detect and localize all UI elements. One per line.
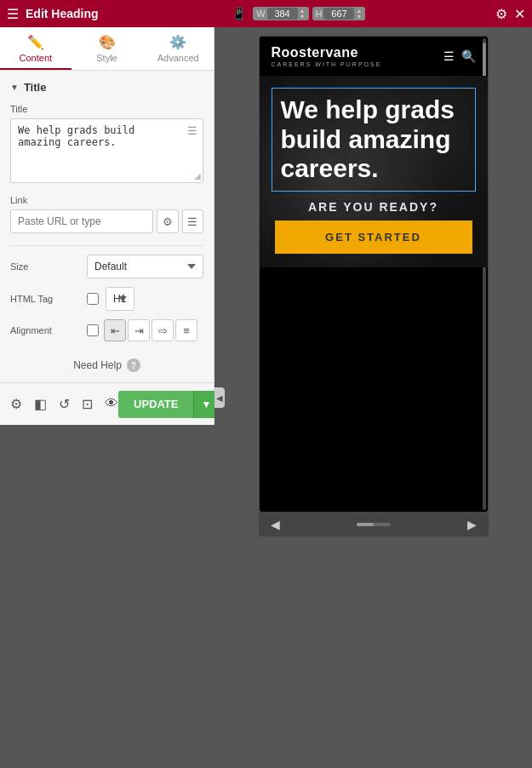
width-up-arrow[interactable]: ▲	[300, 8, 306, 14]
main-area: ✏️ Content 🎨 Style ⚙️ Advanced ▼ Title	[0, 27, 532, 768]
style-tab-icon: 🎨	[99, 34, 116, 50]
site-menu-icon[interactable]: ☰	[443, 49, 455, 63]
align-center-btn[interactable]: ⇥	[128, 319, 150, 341]
html-tag-label: HTML Tag	[10, 294, 87, 304]
alignment-checkbox[interactable]	[87, 324, 99, 336]
scroll-right-btn[interactable]: ▶	[462, 516, 482, 533]
height-label: H	[316, 9, 323, 19]
height-input[interactable]	[323, 8, 354, 20]
site-nav-icons: ☰ 🔍	[443, 49, 476, 63]
width-down-arrow[interactable]: ▼	[300, 14, 306, 20]
height-up-arrow[interactable]: ▲	[356, 8, 362, 14]
bottom-responsive-icon[interactable]: ⊡	[82, 396, 93, 412]
link-row: ⚙ ☰	[10, 209, 203, 233]
settings-icon[interactable]: ⚙	[495, 6, 507, 22]
title-field-label: Title	[10, 104, 203, 114]
scrollbar-thumb	[483, 43, 486, 77]
update-button[interactable]: UPDATE	[118, 391, 193, 418]
left-panel-wrap: ✏️ Content 🎨 Style ⚙️ Advanced ▼ Title	[0, 27, 215, 768]
panel-content: ▼ Title Title ☰ ◢ Link	[0, 71, 214, 382]
scroll-indicator-inner	[357, 523, 374, 526]
mobile-device-btn[interactable]: 📱	[228, 5, 249, 22]
title-textarea-wrap: ☰ ◢	[10, 118, 203, 183]
help-icon[interactable]: ?	[127, 358, 140, 372]
html-tag-checkbox[interactable]	[87, 293, 99, 305]
title-textarea[interactable]	[11, 119, 203, 179]
title-textarea-icon[interactable]: ☰	[187, 124, 197, 137]
align-justify-btn[interactable]: ≡	[175, 319, 197, 341]
height-control: H ▲ ▼	[312, 7, 366, 20]
top-bar-left: ☰ Edit Heading	[7, 6, 99, 22]
height-down-arrow[interactable]: ▼	[356, 14, 362, 20]
size-row: Size Default Small Medium Large	[10, 255, 203, 278]
phone-frame: Roostervane CAREERS WITH PURPOSE ☰ 🔍	[259, 36, 489, 513]
link-gear-btn[interactable]: ⚙	[157, 209, 179, 233]
bottom-history-icon[interactable]: ↺	[59, 396, 70, 412]
textarea-resize-handle[interactable]: ◢	[194, 171, 201, 181]
tag-checkbox-wrap: H1 H2 H3 div p	[87, 287, 134, 311]
site-logo: Roostervane	[272, 45, 358, 60]
need-help-section: Need Help ?	[10, 358, 203, 372]
tab-advanced[interactable]: ⚙️ Advanced	[142, 27, 214, 70]
align-left-btn[interactable]: ⇤	[104, 319, 126, 341]
size-label: Size	[10, 261, 87, 272]
collapse-panel-arrow[interactable]: ◀	[215, 387, 225, 408]
site-logo-sub: CAREERS WITH PURPOSE	[272, 61, 382, 67]
align-right-btn[interactable]: ⇨	[152, 319, 174, 341]
frame-bottom-nav: ◀ ▶	[259, 513, 489, 536]
html-tag-select[interactable]: H1 H2 H3 div p	[106, 287, 134, 311]
bottom-eye-icon[interactable]: 👁	[105, 396, 118, 412]
tab-style[interactable]: 🎨 Style	[72, 27, 143, 70]
height-arrows[interactable]: ▲ ▼	[356, 8, 362, 20]
tab-content[interactable]: ✏️ Content	[0, 27, 72, 70]
content-tab-label: Content	[20, 53, 53, 63]
bottom-bar: ⚙ ◧ ↺ ⊡ 👁 UPDATE ▼	[0, 382, 214, 425]
width-input[interactable]	[267, 8, 298, 20]
bottom-layers-icon[interactable]: ◧	[34, 396, 47, 412]
tabs-bar: ✏️ Content 🎨 Style ⚙️ Advanced	[0, 27, 214, 71]
hero-subtitle: ARE YOU READY?	[272, 200, 476, 214]
menu-icon[interactable]: ☰	[7, 6, 19, 22]
top-bar-title: Edit Heading	[26, 7, 99, 20]
style-tab-label: Style	[96, 53, 117, 63]
width-control: W ▲ ▼	[253, 7, 308, 20]
hero-title: We help grads build amazing careers.	[281, 95, 466, 184]
advanced-tab-label: Advanced	[157, 53, 199, 63]
site-search-icon[interactable]: 🔍	[461, 49, 476, 63]
need-help-text: Need Help	[73, 359, 122, 371]
preview-area: Roostervane CAREERS WITH PURPOSE ☰ 🔍	[215, 27, 532, 768]
close-icon[interactable]: ✕	[514, 6, 525, 22]
bottom-right-actions: UPDATE ▼	[118, 391, 218, 418]
link-field-label: Link	[10, 195, 203, 205]
section-heading-title: ▼ Title	[10, 81, 203, 94]
cta-button[interactable]: GET STARTED	[275, 221, 472, 254]
hero-title-box: We help grads build amazing careers.	[272, 88, 476, 192]
scroll-left-btn[interactable]: ◀	[266, 516, 285, 533]
hero-section: We help grads build amazing careers. ARE…	[260, 76, 488, 267]
html-tag-row: HTML Tag H1 H2 H3 div p	[10, 287, 203, 311]
alignment-row: Alignment ⇤ ⇥ ⇨ ≡	[10, 319, 203, 341]
link-field-group: Link ⚙ ☰	[10, 195, 203, 233]
advanced-tab-icon: ⚙️	[169, 34, 186, 50]
size-select[interactable]: Default Small Medium Large	[87, 255, 203, 278]
content-tab-icon: ✏️	[27, 34, 44, 50]
top-bar: ☰ Edit Heading 📱 W ▲ ▼ H ▲ ▼ ⚙ ✕	[0, 0, 532, 27]
title-field-group: Title ☰ ◢	[10, 104, 203, 183]
left-panel: ✏️ Content 🎨 Style ⚙️ Advanced ▼ Title	[0, 27, 215, 425]
link-input[interactable]	[10, 209, 153, 233]
link-list-btn[interactable]: ☰	[182, 209, 204, 233]
alignment-label: Alignment	[10, 325, 87, 335]
width-label: W	[256, 9, 265, 19]
alignment-buttons: ⇤ ⇥ ⇨ ≡	[104, 319, 197, 341]
top-bar-right: ⚙ ✕	[495, 6, 525, 22]
width-arrows[interactable]: ▲ ▼	[300, 8, 306, 20]
scroll-indicator	[357, 523, 391, 526]
bottom-settings-icon[interactable]: ⚙	[10, 396, 22, 412]
divider-1	[10, 245, 203, 246]
section-toggle-icon[interactable]: ▼	[10, 83, 19, 92]
section-title-label: Title	[24, 81, 47, 94]
site-logo-wrap: Roostervane CAREERS WITH PURPOSE	[272, 45, 382, 67]
site-header: Roostervane CAREERS WITH PURPOSE ☰ 🔍	[260, 37, 488, 76]
bottom-left-icons: ⚙ ◧ ↺ ⊡ 👁	[10, 396, 118, 412]
device-controls: 📱 W ▲ ▼ H ▲ ▼	[228, 5, 365, 22]
